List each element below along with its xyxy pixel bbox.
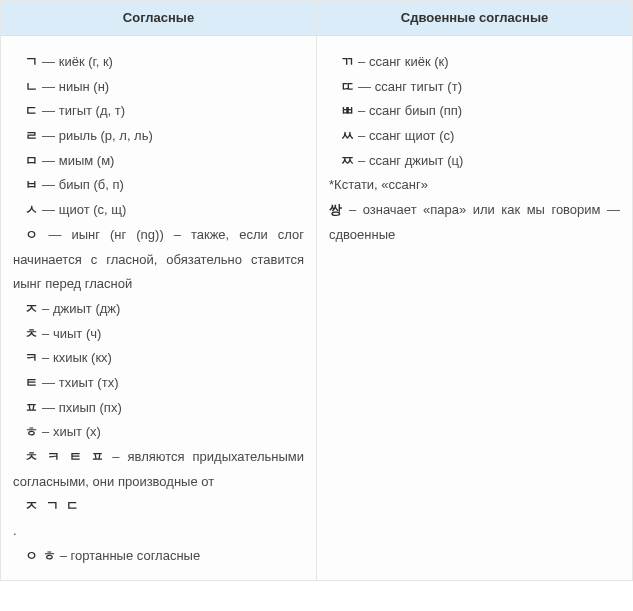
double-consonants-column: Сдвоенные согласные ㄲ – ссанг киёк (к) ㄸ… [317,1,632,580]
hangul-glyph: ㅍ [25,400,39,415]
meaning-text: – означает «пара» или как мы говорим — с… [329,202,620,242]
list-item: ㅎ – хиыт (х) [13,420,304,445]
hangul-glyph-group: ㅊ ㅋ ㅌ ㅍ [25,449,104,464]
hangul-glyph: ㅂ [25,177,39,192]
glyph-desc: — ниын (н) [39,79,110,94]
glyph-desc: — иынг (нг (ng)) – также, если слог начи… [13,227,304,291]
glyph-desc: — щиот (с, щ) [39,202,127,217]
hangul-glyph: ㅁ [25,153,39,168]
hangul-glyph: ㄸ [341,79,355,94]
glyph-desc: – ссанг киёк (к) [355,54,449,69]
derived-from-row: ㅈ ㄱ ㄷ [13,494,304,519]
hangul-glyph: ㅋ [25,350,39,365]
column-header-consonants: Согласные [1,1,316,36]
list-item: ㅆ – ссанг щиот (с) [329,124,620,149]
guttural-note: ㅇ ㅎ – гортанные согласные [13,544,304,569]
hangul-glyph: ㄲ [341,54,355,69]
list-item: ㄴ — ниын (н) [13,75,304,100]
hangul-glyph: ㅆ [341,128,355,143]
double-consonants-content: ㄲ – ссанг киёк (к) ㄸ — ссанг тигыт (т) ㅃ… [317,36,632,260]
list-item: ㅃ – ссанг биып (пп) [329,99,620,124]
list-item: ㄲ – ссанг киёк (к) [329,50,620,75]
glyph-desc: — биып (б, п) [39,177,124,192]
hangul-glyph: ㄷ [25,103,39,118]
glyph-desc: — тигыт (д, т) [39,103,126,118]
hangul-glyph: ㅌ [25,375,39,390]
hangul-glyph: ㅉ [341,153,355,168]
list-item: ㄷ — тигыт (д, т) [13,99,304,124]
ssang-meaning: 쌍 – означает «пара» или как мы говорим —… [329,198,620,247]
glyph-desc: — миым (м) [39,153,115,168]
glyph-desc: — риыль (р, л, ль) [39,128,153,143]
hangul-glyph: ㅎ [25,424,39,439]
list-item: ㅌ — тхиыт (тх) [13,371,304,396]
two-column-layout: Согласные ㄱ — киёк (г, к) ㄴ — ниын (н) ㄷ… [1,1,632,580]
list-item: ㅋ – кхиык (кх) [13,346,304,371]
note-text: – гортанные согласные [56,548,200,563]
hangul-glyph: ㄱ [25,54,39,69]
hangul-glyph: ㅇ [25,227,39,242]
glyph-desc: — тхиыт (тх) [39,375,119,390]
hangul-word: 쌍 [329,202,343,217]
glyph-desc: – кхиык (кх) [39,350,112,365]
list-item: ㅅ — щиот (с, щ) [13,198,304,223]
list-item: ㄱ — киёк (г, к) [13,50,304,75]
list-item: ㅂ — биып (б, п) [13,173,304,198]
aside-note: *Кстати, «ссанг» [329,173,620,198]
table-container: Согласные ㄱ — киёк (г, к) ㄴ — ниын (н) ㄷ… [0,0,633,581]
glyph-desc: – ссанг джиыт (ц) [355,153,464,168]
hangul-glyph-group: ㅇ ㅎ [25,548,56,563]
hangul-glyph: ㅅ [25,202,39,217]
hangul-glyph: ㄹ [25,128,39,143]
list-item: ㄹ — риыль (р, л, ль) [13,124,304,149]
glyph-desc: – джиыт (дж) [39,301,121,316]
consonants-content: ㄱ — киёк (г, к) ㄴ — ниын (н) ㄷ — тигыт (… [1,36,316,580]
column-header-double: Сдвоенные согласные [317,1,632,36]
list-item: ㅉ – ссанг джиыт (ц) [329,149,620,174]
consonants-column: Согласные ㄱ — киёк (г, к) ㄴ — ниын (н) ㄷ… [1,1,317,580]
glyph-desc: – хиыт (х) [39,424,101,439]
hangul-glyph: ㅊ [25,326,39,341]
glyph-desc: – ссанг щиот (с) [355,128,455,143]
glyph-desc: — киёк (г, к) [39,54,113,69]
hangul-glyph: ㄴ [25,79,39,94]
list-item: ㅈ – джиыт (дж) [13,297,304,322]
list-item: ㅁ — миым (м) [13,149,304,174]
aspirated-note: ㅊ ㅋ ㅌ ㅍ – являются придыхательными согла… [13,445,304,494]
list-item: ㅊ – чиыт (ч) [13,322,304,347]
glyph-desc: — ссанг тигыт (т) [355,79,462,94]
glyph-desc: – чиыт (ч) [39,326,102,341]
list-item-multiline: ㅇ — иынг (нг (ng)) – также, если слог на… [13,223,304,297]
hangul-glyph: ㅈ [25,301,39,316]
list-item: ㄸ — ссанг тигыт (т) [329,75,620,100]
hangul-glyph: ㅃ [341,103,355,118]
dot-line: . [13,519,304,544]
list-item: ㅍ — пхиып (пх) [13,396,304,421]
glyph-desc: — пхиып (пх) [39,400,122,415]
glyph-desc: – ссанг биып (пп) [355,103,463,118]
